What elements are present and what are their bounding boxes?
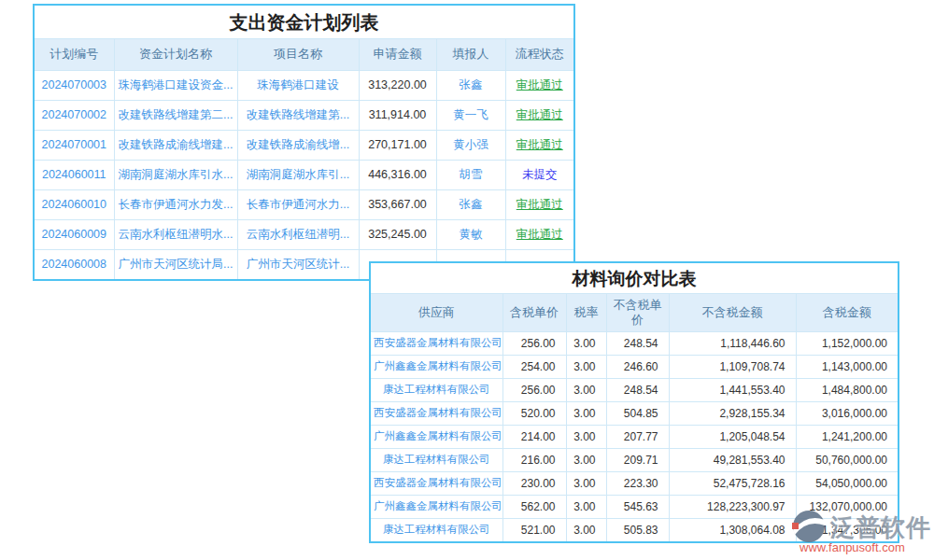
- amount-excl-tax-cell: 128,223,300.97: [669, 495, 796, 518]
- plan-id-link[interactable]: 2024060009: [41, 228, 106, 241]
- col-header-reporter: 填报人: [436, 39, 505, 70]
- fund-plan-name-link[interactable]: 改建铁路成渝线增建...: [119, 138, 234, 151]
- price-excl-tax-cell: 248.54: [606, 331, 669, 355]
- plan-id-link[interactable]: 2024070002: [41, 108, 106, 121]
- supplier-link[interactable]: 康达工程材料有限公司: [383, 454, 490, 465]
- price-incl-tax-cell: 562.00: [502, 495, 566, 518]
- tax-rate-cell: 3.00: [566, 331, 606, 355]
- amount-incl-tax-cell: 1,152,000.00: [796, 331, 898, 355]
- col-header-price-excl-tax: 不含税单价: [606, 294, 669, 331]
- amount-cell: 446,316.00: [359, 160, 436, 189]
- col-header-amount-excl-tax: 不含税金额: [669, 294, 796, 331]
- table-row: 康达工程材料有限公司 216.00 3.00 209.71 49,281,553…: [371, 448, 898, 471]
- amount-incl-tax-cell: 3,016,000.00: [796, 401, 898, 425]
- col-header-amount-incl-tax: 含税金额: [796, 294, 898, 331]
- table-row: 2024060010 长春市伊通河水力发... 长春市伊通河水力... 353,…: [35, 189, 573, 219]
- table-row: 广州鑫鑫金属材料有限公司 254.00 3.00 246.60 1,109,70…: [371, 355, 898, 378]
- project-name-link[interactable]: 长春市伊通河水力...: [247, 198, 349, 211]
- watermark: 泛普软件 www.fanpusoft.com: [790, 505, 932, 557]
- plan-id-link[interactable]: 2024060011: [42, 168, 106, 181]
- quote-table-header-row: 供应商 含税单价 税率 不含税单价 不含税金额 含税金额: [371, 294, 898, 331]
- amount-incl-tax-cell: 54,050,000.00: [796, 471, 898, 495]
- plan-id-link[interactable]: 2024060010: [41, 198, 106, 211]
- tax-rate-cell: 3.00: [566, 518, 606, 541]
- col-header-supplier: 供应商: [371, 294, 502, 331]
- col-header-plan-id: 计划编号: [35, 39, 114, 70]
- table-row: 西安盛器金属材料有限公司 520.00 3.00 504.85 2,928,15…: [371, 401, 898, 425]
- amount-incl-tax-cell: 50,760,000.00: [796, 448, 898, 471]
- material-inquiry-comparison-table: 材料询价对比表 供应商 含税单价 税率 不含税单价 不含税金额 含税金额 西安盛…: [369, 261, 899, 543]
- price-incl-tax-cell: 256.00: [502, 331, 566, 355]
- price-excl-tax-cell: 209.71: [606, 448, 669, 471]
- project-name-link[interactable]: 改建铁路线增建第...: [247, 108, 349, 121]
- reporter-link[interactable]: 张鑫: [460, 198, 483, 211]
- price-incl-tax-cell: 214.00: [502, 425, 566, 448]
- price-excl-tax-cell: 223.30: [606, 471, 669, 495]
- fund-plan-name-link[interactable]: 改建铁路线增建第二...: [119, 108, 234, 121]
- amount-excl-tax-cell: 1,118,446.60: [669, 331, 796, 355]
- fund-plan-name-link[interactable]: 珠海鹤港口建设资金...: [119, 78, 234, 91]
- table-row: 2024070003 珠海鹤港口建设资金... 珠海鹤港口建设 313,220.…: [35, 70, 573, 100]
- amount-excl-tax-cell: 1,109,708.74: [669, 355, 796, 378]
- status-link[interactable]: 审批通过: [517, 138, 563, 151]
- project-name-link[interactable]: 湖南洞庭湖水库引...: [247, 168, 349, 181]
- table-row: 西安盛器金属材料有限公司 256.00 3.00 248.54 1,118,44…: [371, 331, 898, 355]
- table-row: 广州鑫鑫金属材料有限公司 214.00 3.00 207.77 1,205,04…: [371, 425, 898, 448]
- plan-id-link[interactable]: 2024070001: [41, 138, 106, 151]
- project-name-link[interactable]: 珠海鹤港口建设: [257, 78, 339, 91]
- amount-excl-tax-cell: 49,281,553.40: [669, 448, 796, 471]
- reporter-link[interactable]: 张鑫: [460, 78, 483, 91]
- reporter-link[interactable]: 黄敏: [460, 228, 483, 241]
- table-row: 西安盛器金属材料有限公司 230.00 3.00 223.30 52,475,7…: [371, 471, 898, 495]
- price-excl-tax-cell: 246.60: [606, 355, 669, 378]
- amount-cell: 325,245.00: [359, 219, 436, 249]
- price-excl-tax-cell: 545.63: [606, 495, 669, 518]
- price-incl-tax-cell: 230.00: [502, 471, 566, 495]
- reporter-link[interactable]: 胡雪: [460, 168, 483, 181]
- status-link[interactable]: 审批通过: [517, 198, 563, 211]
- supplier-link[interactable]: 广州鑫鑫金属材料有限公司: [374, 360, 502, 371]
- amount-excl-tax-cell: 52,475,728.16: [669, 471, 796, 495]
- fund-plan-name-link[interactable]: 湖南洞庭湖水库引水...: [119, 168, 234, 181]
- col-header-project: 项目名称: [237, 39, 359, 70]
- amount-incl-tax-cell: 1,241,200.00: [796, 425, 898, 448]
- project-name-link[interactable]: 广州市天河区统计...: [247, 258, 349, 271]
- amount-excl-tax-cell: 2,928,155.34: [669, 401, 796, 425]
- supplier-link[interactable]: 广州鑫鑫金属材料有限公司: [374, 500, 502, 511]
- fanpu-logo-icon: [790, 508, 828, 545]
- supplier-link[interactable]: 西安盛器金属材料有限公司: [374, 337, 502, 348]
- fund-plan-name-link[interactable]: 长春市伊通河水力发...: [119, 198, 234, 211]
- project-name-link[interactable]: 云南水利枢纽潜明...: [247, 228, 349, 241]
- project-name-link[interactable]: 改建铁路成渝线增...: [247, 138, 349, 151]
- status-text: 未提交: [522, 168, 558, 181]
- price-incl-tax-cell: 520.00: [502, 401, 566, 425]
- col-header-flow-status: 流程状态: [505, 39, 573, 70]
- plan-table-title: 支出资金计划列表: [35, 6, 573, 39]
- reporter-link[interactable]: 黄小强: [453, 138, 488, 151]
- price-excl-tax-cell: 504.85: [606, 401, 669, 425]
- fund-plan-name-link[interactable]: 广州市天河区统计局...: [119, 258, 234, 271]
- amount-cell: 313,220.00: [359, 70, 436, 100]
- table-row: 2024070001 改建铁路成渝线增建... 改建铁路成渝线增... 270,…: [35, 130, 573, 160]
- watermark-brand-text: 泛普软件: [830, 511, 931, 544]
- price-incl-tax-cell: 216.00: [502, 448, 566, 471]
- table-row: 2024060009 云南水利枢纽潜明水... 云南水利枢纽潜明... 325,…: [35, 219, 573, 249]
- supplier-link[interactable]: 广州鑫鑫金属材料有限公司: [374, 430, 502, 441]
- price-excl-tax-cell: 505.83: [606, 518, 669, 541]
- amount-excl-tax-cell: 1,308,064.08: [669, 518, 796, 541]
- status-link[interactable]: 审批通过: [517, 228, 563, 241]
- tax-rate-cell: 3.00: [566, 495, 606, 518]
- col-header-fund-plan: 资金计划名称: [114, 39, 237, 70]
- reporter-link[interactable]: 黄一飞: [453, 108, 488, 121]
- status-link[interactable]: 审批通过: [517, 78, 563, 91]
- status-link[interactable]: 审批通过: [517, 108, 563, 121]
- fund-plan-name-link[interactable]: 云南水利枢纽潜明水...: [119, 228, 234, 241]
- price-excl-tax-cell: 248.54: [606, 378, 669, 401]
- expenditure-fund-plan-table: 支出资金计划列表 计划编号 资金计划名称 项目名称 申请金额 填报人 流程状态 …: [33, 4, 575, 281]
- supplier-link[interactable]: 康达工程材料有限公司: [383, 384, 490, 395]
- supplier-link[interactable]: 西安盛器金属材料有限公司: [374, 407, 502, 418]
- plan-id-link[interactable]: 2024060008: [41, 258, 106, 271]
- plan-id-link[interactable]: 2024070003: [41, 78, 106, 91]
- supplier-link[interactable]: 西安盛器金属材料有限公司: [374, 477, 502, 488]
- supplier-link[interactable]: 康达工程材料有限公司: [383, 524, 490, 535]
